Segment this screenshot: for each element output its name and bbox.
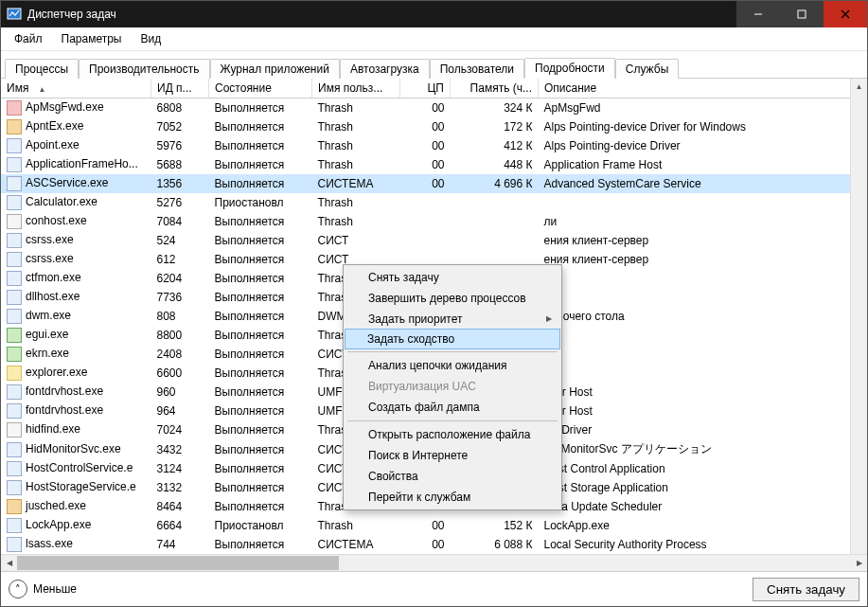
cell: 6204 [151, 269, 209, 288]
table-row[interactable]: Apoint.exe5976ВыполняетсяThrash00412 КAl… [1, 136, 867, 155]
process-name: dllhost.exe [26, 290, 80, 303]
minimize-button[interactable] [736, 1, 780, 27]
context-menu-item[interactable]: Поиск в Интернете [345, 445, 559, 466]
cell: 00 [400, 155, 451, 174]
cell: ctfmon.exe [1, 269, 151, 288]
h-scroll-thumb[interactable] [17, 556, 339, 570]
menu-вид[interactable]: Вид [133, 30, 168, 47]
cell: dwm.exe [1, 307, 151, 326]
cell: Выполняется [209, 155, 312, 174]
cell [451, 231, 539, 250]
cell: Advanced SystemCare Service [539, 174, 868, 193]
end-task-button[interactable]: Снять задачу [753, 578, 859, 601]
tab-1[interactable]: Производительность [79, 59, 209, 79]
cell: 960 [151, 383, 209, 402]
cell: Выполняется [209, 364, 312, 383]
col-header[interactable]: ЦП [400, 79, 451, 98]
cell: ASCService.exe [1, 174, 151, 193]
cell [539, 288, 868, 307]
cell: csrss.exe [1, 250, 151, 269]
context-menu-item[interactable]: Завершить дерево процессов [345, 288, 559, 309]
menu-файл[interactable]: Файл [7, 30, 50, 47]
col-header[interactable]: Память (ч... [451, 79, 539, 98]
cell [539, 193, 868, 212]
process-icon [7, 499, 22, 514]
process-name: explorer.exe [26, 366, 87, 379]
tab-6[interactable]: Службы [615, 59, 679, 79]
context-menu-item[interactable]: Открыть расположение файла [345, 424, 559, 445]
cell: Alps Pointing-device Driver for Windows [539, 117, 868, 136]
process-name: ApplicationFrameHo... [26, 157, 138, 170]
tab-4[interactable]: Пользователи [430, 59, 524, 79]
scroll-right-icon[interactable]: ▶ [851, 555, 867, 571]
scroll-left-icon[interactable]: ◀ [1, 555, 17, 571]
col-header[interactable]: ИД п... [151, 79, 209, 98]
scroll-up-icon[interactable]: ▲ [851, 79, 867, 95]
cell: ения клиент-сервер [539, 250, 868, 269]
table-row[interactable]: csrss.exe524ВыполняетсяСИСТения клиент-с… [1, 231, 867, 250]
cell: river Host [539, 383, 868, 402]
cell: ения клиент-сервер [539, 231, 868, 250]
col-header[interactable]: Имя польз... [312, 79, 400, 98]
cell: 4 696 К [451, 174, 539, 193]
process-icon [7, 100, 22, 116]
table-row[interactable]: ASCService.exe1356ВыполняетсяСИСТЕМА004 … [1, 174, 867, 193]
cell: 744 [151, 535, 209, 554]
tab-5[interactable]: Подробности [524, 58, 615, 79]
cell: 8800 [151, 326, 209, 345]
cell: 152 К [451, 516, 539, 535]
cell: 5976 [151, 136, 209, 155]
footer: ˄ Меньше Снять задачу [1, 571, 867, 606]
cell: Выполняется [209, 420, 312, 439]
cell: Выполняется [209, 383, 312, 402]
fewer-details-button[interactable]: ˄ Меньше [9, 580, 77, 598]
tab-2[interactable]: Журнал приложений [210, 59, 340, 79]
maximize-button[interactable] [780, 1, 824, 27]
context-menu-item[interactable]: Задать сходство [345, 329, 560, 349]
col-header[interactable]: Описание [539, 79, 868, 98]
cell: рабочего стола [539, 307, 868, 326]
cell: LockApp.exe [539, 516, 868, 535]
context-menu-item[interactable]: Создать файл дампа [345, 397, 559, 418]
table-row[interactable]: ApMsgFwd.exe6808ВыполняетсяThrash00324 К… [1, 98, 867, 118]
col-header[interactable]: Имя [1, 79, 151, 98]
cell: Apoint.exe [1, 136, 151, 155]
tabs: ПроцессыПроизводительностьЖурнал приложе… [1, 51, 867, 79]
context-menu-item[interactable]: Анализ цепочки ожидания [345, 355, 559, 376]
cell: HostStorageService.e [1, 478, 151, 497]
table-row[interactable]: Calculator.exe5276ПриостановлThrash [1, 193, 867, 212]
cell: 524 [151, 231, 209, 250]
table-row[interactable]: LockApp.exe6664ПриостановлThrash00152 КL… [1, 516, 867, 535]
cell: СИСТЕМА [312, 535, 400, 554]
tab-3[interactable]: Автозагрузка [340, 59, 430, 79]
cell: 8464 [151, 497, 209, 516]
process-name: Apoint.exe [26, 138, 80, 152]
tab-0[interactable]: Процессы [5, 59, 79, 79]
menu-параметры[interactable]: Параметры [54, 30, 130, 47]
table-row[interactable]: lsass.exe744ВыполняетсяСИСТЕМА006 088 КL… [1, 535, 867, 554]
table-row[interactable]: ApplicationFrameHo...5688ВыполняетсяThra… [1, 155, 867, 174]
table-row[interactable]: ApntEx.exe7052ВыполняетсяThrash00172 КAl… [1, 117, 867, 136]
context-menu-item[interactable]: Перейти к службам [345, 487, 559, 508]
chevron-up-icon: ˄ [9, 580, 27, 598]
table-row[interactable]: conhost.exe7084ВыполняетсяThrashли [1, 212, 867, 231]
horizontal-scrollbar[interactable]: ◀ ▶ [1, 554, 867, 571]
process-table-area: ИмяИД п...СостояниеИмя польз...ЦППамять … [1, 79, 867, 554]
cell [451, 193, 539, 212]
cell [451, 212, 539, 231]
context-menu: Снять задачуЗавершить дерево процессовЗа… [343, 264, 562, 510]
titlebar: Диспетчер задач [1, 1, 867, 27]
cell: Выполняется [209, 535, 312, 554]
process-icon [7, 518, 22, 533]
col-header[interactable]: Состояние [209, 79, 312, 98]
close-button[interactable] [824, 1, 867, 27]
context-menu-item[interactable]: Задать приоритет [345, 309, 559, 330]
cell: Thrash [312, 212, 400, 231]
process-name: hidfind.exe [26, 422, 80, 436]
context-menu-item[interactable]: Свойства [345, 466, 559, 487]
cell: Выполняется [209, 326, 312, 345]
context-menu-item[interactable]: Снять задачу [345, 267, 559, 288]
task-manager-window: Диспетчер задач ФайлПараметрыВид Процесс… [0, 0, 868, 607]
vertical-scrollbar[interactable]: ▲ [850, 79, 867, 554]
process-name: ApMsgFwd.exe [26, 100, 104, 114]
